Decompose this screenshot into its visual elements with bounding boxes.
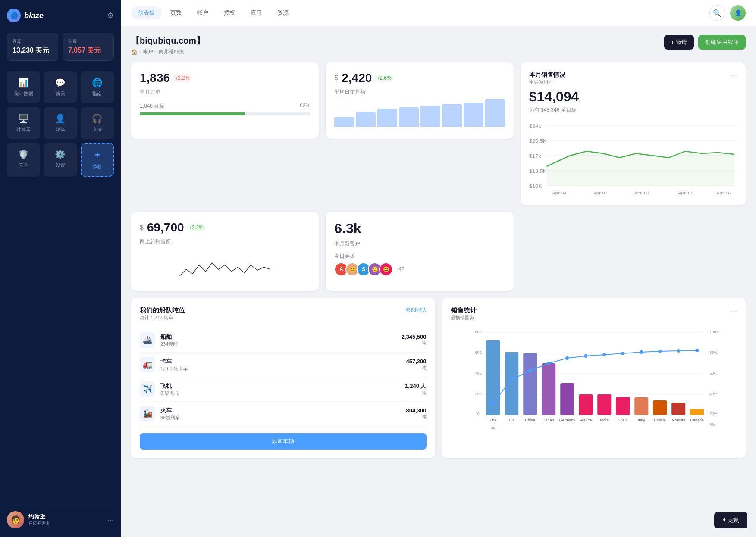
media-label: 媒体	[56, 126, 65, 133]
heroes-avatars: A 😊 S 🙂 😄 +42	[334, 262, 505, 276]
new-customers-card: 6.3k 本月新客户 今日英雄 A 😊 S 🙂 😄 +42	[326, 212, 513, 291]
bar-Italy	[634, 397, 648, 415]
svg-text:Russia: Russia	[654, 418, 666, 422]
truck-icon: 🚛	[140, 357, 155, 372]
tab-apps[interactable]: 应用	[244, 6, 269, 19]
calculator-icon: 🖥️	[18, 113, 29, 124]
create-app-button[interactable]: 创建应用程序	[698, 35, 746, 50]
fleet-card: 我们的船队吨位 总计 1,247 辆车 检阅舰队 🚢 船舶 234艘船 2,34…	[131, 298, 435, 458]
tab-dashboard[interactable]: 仪表板	[131, 6, 162, 19]
plane-number: 1,240 人	[405, 382, 426, 390]
green-chart: $24k $20.5K $17k $13.5K $10K	[529, 119, 737, 197]
svg-text:France: France	[580, 418, 592, 422]
truck-sub: 1,460 辆卡车	[160, 365, 188, 372]
train-number: 804,300	[406, 407, 427, 414]
budget-value: 13,230 美元	[13, 46, 53, 55]
fleet-header-left: 我们的船队吨位 总计 1,247 辆车	[140, 306, 185, 321]
stats-label: 统计数据	[14, 91, 33, 97]
invite-button[interactable]: + 邀请	[664, 35, 694, 50]
sidebar-item-guide[interactable]: 🌐 指南	[81, 71, 114, 103]
security-label: 安全	[19, 162, 28, 169]
guide-label: 指南	[92, 91, 102, 97]
svg-text:200: 200	[475, 392, 481, 396]
sidebar-top-settings-icon[interactable]: ⚙	[107, 11, 114, 20]
sidebar-item-chat[interactable]: 💬 聊天	[44, 71, 77, 103]
svg-text:Apr 10: Apr 10	[634, 191, 649, 195]
nav-grid: 📊 统计数据 💬 聊天 🌐 指南 🖥️ 计算器 👤 媒体 🎧 支持 🛡️ 安全	[7, 71, 114, 177]
fleet-header: 我们的船队吨位 总计 1,247 辆车 检阅舰队	[140, 306, 427, 321]
svg-point-45	[510, 378, 513, 381]
tab-pages[interactable]: 页数	[163, 6, 188, 19]
add-vehicle-button[interactable]: 添加车辆	[140, 433, 427, 450]
svg-text:UK: UK	[508, 418, 514, 422]
svg-text:🏔: 🏔	[491, 426, 495, 430]
svg-text:20%: 20%	[709, 412, 717, 416]
spacer-monthly	[521, 212, 746, 291]
svg-text:0%: 0%	[709, 422, 715, 427]
monthly-sales-more-icon[interactable]: ···	[731, 71, 737, 80]
customize-button[interactable]: ✦ 定制	[714, 512, 747, 528]
svg-marker-10	[546, 151, 734, 186]
stats-grid: 1,836 ↓2.2% 本月订单 1,048 目标 62% $	[131, 62, 746, 205]
sidebar-item-security[interactable]: 🛡️ 安全	[7, 143, 40, 177]
sales-stats-header-left: 销售统计 最畅销国家	[451, 306, 477, 321]
breadcrumb-accounts[interactable]: 帐户	[143, 48, 153, 56]
sidebar-item-stats[interactable]: 📊 统计数据	[7, 71, 40, 103]
plane-sub: 8 架飞机	[160, 390, 179, 397]
svg-text:$20.5K: $20.5K	[529, 139, 547, 144]
sidebar-item-settings[interactable]: ⚙️ 设置	[44, 143, 77, 177]
bar-2	[356, 112, 376, 127]
sidebar-item-support[interactable]: 🎧 支持	[81, 107, 114, 139]
tab-auth[interactable]: 授权	[217, 6, 242, 19]
calculator-label: 计算器	[16, 126, 31, 133]
train-icon: 🚂	[140, 406, 155, 421]
expense-label: 花费	[68, 38, 108, 44]
tab-resources[interactable]: 资源	[270, 6, 295, 19]
progress-header: 1,048 目标 62%	[140, 103, 310, 110]
sidebar-item-add[interactable]: + 添新	[81, 143, 114, 177]
total-sales-value: 69,700	[147, 221, 184, 234]
ship-info: 船舶 234艘船	[160, 333, 178, 347]
sidebar-item-media[interactable]: 👤 媒体	[44, 107, 77, 139]
heroes-section: 今日英雄 A 😊 S 🙂 😄 +42	[334, 253, 505, 276]
new-customers-header: 6.3k	[334, 221, 505, 237]
ship-icon: 🚢	[140, 332, 155, 348]
monthly-sales-card: 本月销售情况 全渠道用户 ··· $14,094 另有 $48,346 至目标 …	[521, 62, 746, 205]
search-button[interactable]: 🔍	[709, 5, 725, 21]
sidebar: 🔵 blaze ⚙ 预算 13,230 美元 花费 7,057 美元 📊 统计数…	[0, 0, 121, 537]
top-nav: 仪表板 页数 帐户 授权 应用 资源 🔍 👤	[121, 0, 756, 26]
svg-point-49	[584, 354, 587, 358]
sales-stats-more-icon[interactable]: ···	[731, 306, 737, 321]
svg-text:$13.5K: $13.5K	[529, 169, 547, 174]
bar-Russia	[653, 400, 667, 415]
ship-name: 船舶	[160, 333, 178, 341]
svg-text:Apr 16: Apr 16	[716, 191, 731, 195]
settings-label: 设置	[56, 162, 65, 169]
svg-point-54	[677, 349, 680, 353]
bar-China	[523, 353, 537, 415]
bar-UK	[505, 352, 518, 415]
svg-text:China: China	[525, 418, 535, 422]
user-avatar-btn[interactable]: 👤	[730, 5, 746, 21]
fleet-link[interactable]: 检阅舰队	[406, 306, 427, 314]
monthly-sales-target: 另有 $48,346 至目标	[529, 106, 737, 114]
user-more-icon[interactable]: ⋯	[107, 516, 114, 524]
total-sales-badge: ↑2.2%	[187, 224, 206, 231]
heroes-label: 今日英雄	[334, 253, 505, 260]
sidebar-item-calculator[interactable]: 🖥️ 计算器	[7, 107, 40, 139]
svg-text:600: 600	[475, 350, 481, 355]
bar-5	[420, 106, 440, 127]
tab-accounts[interactable]: 帐户	[190, 6, 215, 19]
truck-unit: 吨	[406, 365, 427, 371]
budget-card: 预算 13,230 美元	[7, 33, 58, 61]
budget-label: 预算	[13, 38, 53, 44]
train-name: 火车	[160, 407, 180, 415]
train-sub: 36趟列车	[160, 415, 180, 421]
support-label: 支持	[92, 126, 102, 133]
breadcrumb-home-icon: 🏠	[131, 49, 138, 55]
user-profile: 🧑 约翰逊 反应开发者 ⋯	[7, 504, 114, 528]
svg-text:Japan: Japan	[543, 418, 554, 422]
bar-Germany	[560, 383, 574, 415]
add-icon: +	[94, 150, 100, 161]
svg-text:Spain: Spain	[618, 418, 627, 422]
